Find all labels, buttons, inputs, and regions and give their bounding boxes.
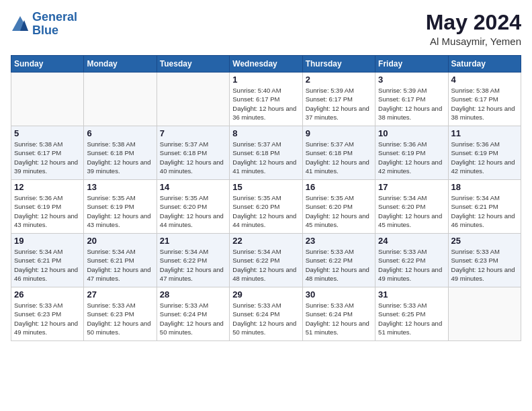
day-number: 1	[232, 75, 299, 85]
calendar-day-cell: 3Sunrise: 5:39 AMSunset: 6:17 PMDaylight…	[375, 73, 448, 126]
day-info: Sunrise: 5:35 AMSunset: 6:20 PMDaylight:…	[160, 193, 226, 229]
day-info: Sunrise: 5:39 AMSunset: 6:17 PMDaylight:…	[306, 86, 372, 122]
day-info: Sunrise: 5:33 AMSunset: 6:25 PMDaylight:…	[378, 301, 445, 336]
calendar-day-cell: 16Sunrise: 5:35 AMSunset: 6:20 PMDayligh…	[302, 180, 375, 234]
day-info: Sunrise: 5:36 AMSunset: 6:19 PMDaylight:…	[378, 140, 445, 175]
calendar-day-cell	[84, 73, 157, 126]
calendar-day-cell: 29Sunrise: 5:33 AMSunset: 6:24 PMDayligh…	[230, 287, 302, 341]
calendar-day-cell: 6Sunrise: 5:38 AMSunset: 6:18 PMDaylight…	[84, 126, 157, 180]
calendar-day-cell: 31Sunrise: 5:33 AMSunset: 6:25 PMDayligh…	[375, 287, 448, 341]
day-info: Sunrise: 5:33 AMSunset: 6:22 PMDaylight:…	[378, 247, 445, 283]
calendar-day-cell: 8Sunrise: 5:37 AMSunset: 6:18 PMDaylight…	[230, 126, 302, 180]
day-number: 11	[451, 128, 518, 138]
calendar-table: SundayMondayTuesdayWednesdayThursdayFrid…	[11, 55, 521, 341]
day-number: 19	[14, 236, 81, 246]
day-info: Sunrise: 5:35 AMSunset: 6:20 PMDaylight:…	[232, 193, 299, 229]
day-number: 15	[232, 182, 299, 192]
weekday-header-row: SundayMondayTuesdayWednesdayThursdayFrid…	[11, 56, 521, 73]
day-number: 20	[87, 236, 153, 246]
day-number: 26	[14, 289, 81, 300]
calendar-day-cell: 22Sunrise: 5:34 AMSunset: 6:22 PMDayligh…	[230, 234, 302, 287]
location: Al Musaymir, Yemen	[426, 36, 521, 47]
day-number: 9	[306, 128, 372, 138]
weekday-header-cell: Saturday	[448, 56, 521, 73]
calendar-day-cell: 25Sunrise: 5:33 AMSunset: 6:23 PMDayligh…	[448, 234, 521, 287]
weekday-header-cell: Friday	[375, 56, 448, 73]
day-info: Sunrise: 5:33 AMSunset: 6:24 PMDaylight:…	[306, 301, 372, 336]
weekday-header-cell: Sunday	[11, 56, 84, 73]
day-number: 4	[451, 75, 518, 85]
day-info: Sunrise: 5:35 AMSunset: 6:19 PMDaylight:…	[87, 193, 153, 229]
day-number: 27	[87, 289, 153, 300]
day-info: Sunrise: 5:37 AMSunset: 6:18 PMDaylight:…	[232, 140, 299, 175]
calendar-week-row: 26Sunrise: 5:33 AMSunset: 6:23 PMDayligh…	[11, 287, 521, 341]
day-number: 29	[232, 289, 299, 300]
calendar-day-cell: 13Sunrise: 5:35 AMSunset: 6:19 PMDayligh…	[84, 180, 157, 234]
day-number: 25	[451, 236, 518, 246]
day-info: Sunrise: 5:34 AMSunset: 6:21 PMDaylight:…	[14, 247, 81, 283]
day-info: Sunrise: 5:36 AMSunset: 6:19 PMDaylight:…	[451, 140, 518, 175]
weekday-header-cell: Thursday	[302, 56, 375, 73]
day-info: Sunrise: 5:34 AMSunset: 6:21 PMDaylight:…	[87, 247, 153, 283]
weekday-header-cell: Tuesday	[157, 56, 229, 73]
day-number: 24	[378, 236, 445, 246]
day-number: 30	[306, 289, 372, 300]
day-number: 7	[160, 128, 226, 138]
day-number: 6	[87, 128, 153, 138]
calendar-day-cell	[157, 73, 229, 126]
month-year: May 2024	[426, 11, 521, 34]
calendar-day-cell: 7Sunrise: 5:37 AMSunset: 6:18 PMDaylight…	[157, 126, 229, 180]
logo-icon	[11, 15, 30, 34]
calendar-week-row: 5Sunrise: 5:38 AMSunset: 6:17 PMDaylight…	[11, 126, 521, 180]
day-number: 8	[232, 128, 299, 138]
day-info: Sunrise: 5:34 AMSunset: 6:22 PMDaylight:…	[232, 247, 299, 283]
logo: GeneralBlue	[11, 11, 77, 38]
day-info: Sunrise: 5:34 AMSunset: 6:21 PMDaylight:…	[451, 193, 518, 229]
page-header: GeneralBlue May 2024 Al Musaymir, Yemen	[11, 11, 521, 47]
calendar-day-cell: 26Sunrise: 5:33 AMSunset: 6:23 PMDayligh…	[11, 287, 84, 341]
calendar-day-cell: 4Sunrise: 5:38 AMSunset: 6:17 PMDaylight…	[448, 73, 521, 126]
calendar-day-cell: 21Sunrise: 5:34 AMSunset: 6:22 PMDayligh…	[157, 234, 229, 287]
calendar-day-cell: 27Sunrise: 5:33 AMSunset: 6:23 PMDayligh…	[84, 287, 157, 341]
calendar-day-cell: 2Sunrise: 5:39 AMSunset: 6:17 PMDaylight…	[302, 73, 375, 126]
day-info: Sunrise: 5:37 AMSunset: 6:18 PMDaylight:…	[160, 140, 226, 175]
calendar-day-cell: 17Sunrise: 5:34 AMSunset: 6:20 PMDayligh…	[375, 180, 448, 234]
day-info: Sunrise: 5:33 AMSunset: 6:24 PMDaylight:…	[232, 301, 299, 336]
calendar-day-cell: 9Sunrise: 5:37 AMSunset: 6:18 PMDaylight…	[302, 126, 375, 180]
day-number: 28	[160, 289, 226, 300]
day-info: Sunrise: 5:36 AMSunset: 6:19 PMDaylight:…	[14, 193, 81, 229]
day-number: 10	[378, 128, 445, 138]
day-info: Sunrise: 5:33 AMSunset: 6:23 PMDaylight:…	[451, 247, 518, 283]
calendar-day-cell: 12Sunrise: 5:36 AMSunset: 6:19 PMDayligh…	[11, 180, 84, 234]
calendar-day-cell: 15Sunrise: 5:35 AMSunset: 6:20 PMDayligh…	[230, 180, 302, 234]
day-info: Sunrise: 5:38 AMSunset: 6:18 PMDaylight:…	[87, 140, 153, 175]
calendar-week-row: 19Sunrise: 5:34 AMSunset: 6:21 PMDayligh…	[11, 234, 521, 287]
calendar-day-cell: 10Sunrise: 5:36 AMSunset: 6:19 PMDayligh…	[375, 126, 448, 180]
calendar-day-cell: 5Sunrise: 5:38 AMSunset: 6:17 PMDaylight…	[11, 126, 84, 180]
calendar-day-cell	[11, 73, 84, 126]
day-number: 17	[378, 182, 445, 192]
day-info: Sunrise: 5:38 AMSunset: 6:17 PMDaylight:…	[14, 140, 81, 175]
day-number: 22	[232, 236, 299, 246]
day-info: Sunrise: 5:35 AMSunset: 6:20 PMDaylight:…	[306, 193, 372, 229]
day-number: 23	[306, 236, 372, 246]
day-info: Sunrise: 5:39 AMSunset: 6:17 PMDaylight:…	[378, 86, 445, 122]
calendar-day-cell: 14Sunrise: 5:35 AMSunset: 6:20 PMDayligh…	[157, 180, 229, 234]
day-number: 18	[451, 182, 518, 192]
day-info: Sunrise: 5:40 AMSunset: 6:17 PMDaylight:…	[232, 86, 299, 122]
day-number: 5	[14, 128, 81, 138]
calendar-week-row: 1Sunrise: 5:40 AMSunset: 6:17 PMDaylight…	[11, 73, 521, 126]
day-number: 21	[160, 236, 226, 246]
day-number: 31	[378, 289, 445, 300]
day-info: Sunrise: 5:34 AMSunset: 6:20 PMDaylight:…	[378, 193, 445, 229]
day-info: Sunrise: 5:34 AMSunset: 6:22 PMDaylight:…	[160, 247, 226, 283]
day-number: 2	[306, 75, 372, 85]
calendar-day-cell: 19Sunrise: 5:34 AMSunset: 6:21 PMDayligh…	[11, 234, 84, 287]
day-info: Sunrise: 5:33 AMSunset: 6:23 PMDaylight:…	[14, 301, 81, 336]
calendar-week-row: 12Sunrise: 5:36 AMSunset: 6:19 PMDayligh…	[11, 180, 521, 234]
day-info: Sunrise: 5:33 AMSunset: 6:23 PMDaylight:…	[87, 301, 153, 336]
title-block: May 2024 Al Musaymir, Yemen	[426, 11, 521, 47]
day-info: Sunrise: 5:33 AMSunset: 6:24 PMDaylight:…	[160, 301, 226, 336]
calendar-day-cell: 24Sunrise: 5:33 AMSunset: 6:22 PMDayligh…	[375, 234, 448, 287]
day-number: 12	[14, 182, 81, 192]
